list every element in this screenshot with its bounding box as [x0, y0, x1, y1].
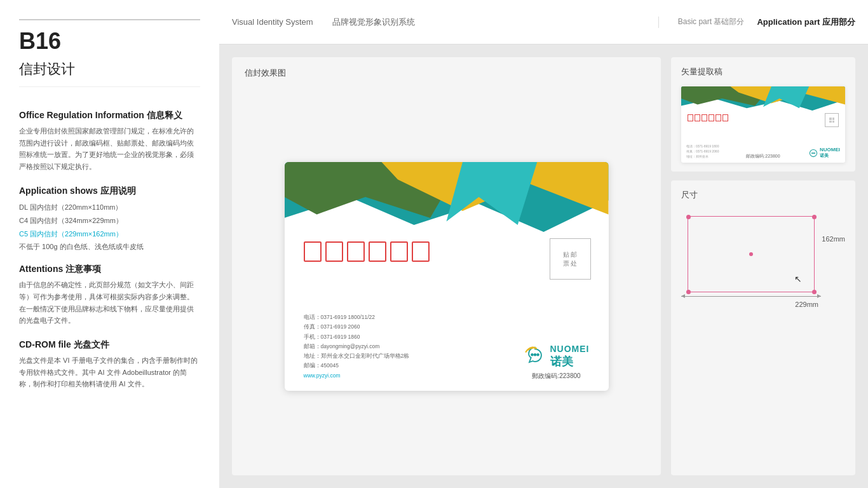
- contact-phone: 电话：0371-6919 1800/11/22: [304, 313, 410, 322]
- mini-postal-boxes: [688, 114, 728, 121]
- mini-envelope: 电话：0371-6919 1800 传真：0371-6919 2060 地址：郑…: [681, 86, 845, 163]
- brand-logo-icon: [524, 345, 546, 368]
- header-parts: Basic part 基础部分 Application part 应用部分: [678, 17, 855, 28]
- mini-box-3: [702, 114, 707, 121]
- svg-point-0: [531, 353, 534, 356]
- postal-code-display: 郵政编码:223800: [532, 372, 580, 381]
- mini-preview-label: 矢量提取稿: [681, 66, 845, 78]
- dimension-section: 尺寸 162mm 229mm ↖: [671, 180, 855, 475]
- postal-boxes: [304, 241, 430, 262]
- mini-box-6: [722, 114, 728, 121]
- page-code: B16: [19, 19, 200, 55]
- header-vis-system: Visual Identity System 品牌视觉形象识别系统: [232, 17, 659, 28]
- svg-point-5: [813, 152, 814, 153]
- section-title-1: Office Regulation Information 信息释义: [19, 110, 200, 121]
- dimension-diagram: 162mm 229mm ↖: [681, 210, 845, 308]
- svg-point-4: [811, 152, 813, 153]
- envelope-contact: 电话：0371-6919 1800/11/22 传真：0371-6919 206…: [304, 313, 410, 381]
- contact-address: 地址：郑州金水交口金彩时代广场华格2栋: [304, 351, 410, 361]
- envelope-footer: 电话：0371-6919 1800/11/22 传真：0371-6919 206…: [304, 313, 590, 381]
- postal-box-4: [369, 241, 386, 262]
- mini-contact: 电话：0371-6919 1800 传真：0371-6919 2060 地址：郑…: [686, 144, 719, 159]
- right-panel: Visual Identity System 品牌视觉形象识别系统 Basic …: [219, 0, 868, 488]
- basic-part-label: Basic part 基础部分: [678, 17, 745, 27]
- envelope-top-waves: [285, 162, 609, 232]
- vis-cn-label: 品牌视觉形象识别系统: [332, 17, 415, 28]
- section-title-3: Attentions 注意事项: [19, 264, 200, 275]
- list-item-2: C4 国内信封（324mm×229mm）: [19, 214, 200, 227]
- envelope-container: 贴 邮票 处 电话：0371-6919 1800/11/22 传真：0371-6…: [245, 88, 648, 465]
- corner-bl: [686, 290, 691, 294]
- svg-point-6: [814, 152, 815, 153]
- mini-env-waves: [681, 86, 845, 111]
- brand-logo: NUOMEI 诺美: [524, 344, 590, 369]
- right-side: 矢量提取稿: [671, 57, 855, 475]
- mini-brand: NUOMEI诺美: [809, 147, 840, 159]
- postal-box-6: [412, 241, 430, 262]
- postal-box-2: [325, 241, 343, 262]
- stamp-dot-2: [832, 118, 835, 120]
- main-content: 信封效果图: [219, 44, 868, 488]
- section-body-3: 由于信息的不确定性，此页部分规范（如文字大小、间距等）可作为参考使用，具体可根据…: [19, 279, 200, 327]
- brand-name-en-text: NUOMEI 诺美: [550, 344, 590, 369]
- corner-tl: [686, 215, 691, 219]
- left-panel: B16 信封设计 Office Regulation Information 信…: [0, 0, 219, 488]
- height-label: 162mm: [822, 235, 845, 243]
- section-body-1: 企业专用信封依照国家邮政管理部门规定，在标准允许的范围内进行设计，邮政编码框、贴…: [19, 125, 200, 173]
- section-title-4: CD-ROM file 光盘文件: [19, 339, 200, 351]
- envelope-visual: 贴 邮票 处 电话：0371-6919 1800/11/22 传真：0371-6…: [285, 162, 609, 391]
- contact-email: 邮箱：dayongming@pyzyi.com: [304, 342, 410, 351]
- section-body-4: 光盘文件是本 VI 手册电子文件的集合，内含手册制作时的专用软件格式文件。其中 …: [19, 355, 200, 390]
- mini-brand-icon: [809, 149, 818, 158]
- width-label: 229mm: [681, 301, 821, 308]
- svg-point-2: [536, 353, 539, 356]
- corner-tr: [812, 215, 817, 219]
- postal-box-1: [304, 241, 322, 262]
- section-title-2: Application shows 应用说明: [19, 186, 200, 197]
- stamp-dot-1: [829, 118, 832, 120]
- mini-box-4: [709, 114, 714, 121]
- contact-mobile: 手机：0371-6919 1860: [304, 332, 410, 342]
- mini-brand-text: NUOMEI诺美: [820, 147, 840, 159]
- postal-box-3: [347, 241, 365, 262]
- center-dot: [749, 252, 753, 256]
- mini-stamp-inner: [829, 118, 834, 123]
- mini-preview-section: 矢量提取稿: [671, 57, 855, 172]
- width-arrow: [681, 296, 821, 297]
- list-item-4: 不低于 100g 的白色纸、浅色纸或牛皮纸: [19, 240, 200, 254]
- corner-br: [812, 290, 817, 294]
- mini-box-2: [695, 114, 700, 121]
- mini-box-5: [715, 114, 721, 121]
- contact-website: www.pyzyi.com: [304, 371, 410, 381]
- vis-en-label: Visual Identity System: [232, 17, 313, 27]
- stamp-text: 贴 邮票 处: [563, 250, 578, 268]
- application-part-label: Application part 应用部分: [757, 17, 855, 28]
- contact-fax: 传真：0371-6919 2060: [304, 322, 410, 332]
- mini-postal-label: 邮政编码:223800: [746, 153, 780, 159]
- svg-point-1: [533, 353, 536, 356]
- mini-box-1: [688, 114, 693, 121]
- top-header: Visual Identity System 品牌视觉形象识别系统 Basic …: [219, 0, 868, 44]
- cursor-icon: ↖: [794, 274, 802, 284]
- list-item-3: C5 国内信封（229mm×162mm）: [19, 227, 200, 241]
- application-list: DL 国内信封（220mm×110mm） C4 国内信封（324mm×229mm…: [19, 201, 200, 254]
- dimension-label: 尺寸: [681, 189, 845, 201]
- postal-box-5: [390, 241, 408, 262]
- stamp-area: 贴 邮票 处: [550, 238, 591, 280]
- stamp-dot-4: [832, 121, 835, 123]
- list-item-1: DL 国内信封（220mm×110mm）: [19, 201, 200, 214]
- envelope-section: 信封效果图: [232, 57, 661, 475]
- page-title: 信封设计: [19, 60, 200, 87]
- contact-postcode: 邮编：450045: [304, 361, 410, 370]
- mini-stamp-area: [825, 113, 839, 127]
- envelope-section-label: 信封效果图: [245, 67, 648, 79]
- envelope-brand: NUOMEI 诺美 郵政编码:223800: [524, 344, 590, 381]
- stamp-dot-3: [829, 121, 832, 123]
